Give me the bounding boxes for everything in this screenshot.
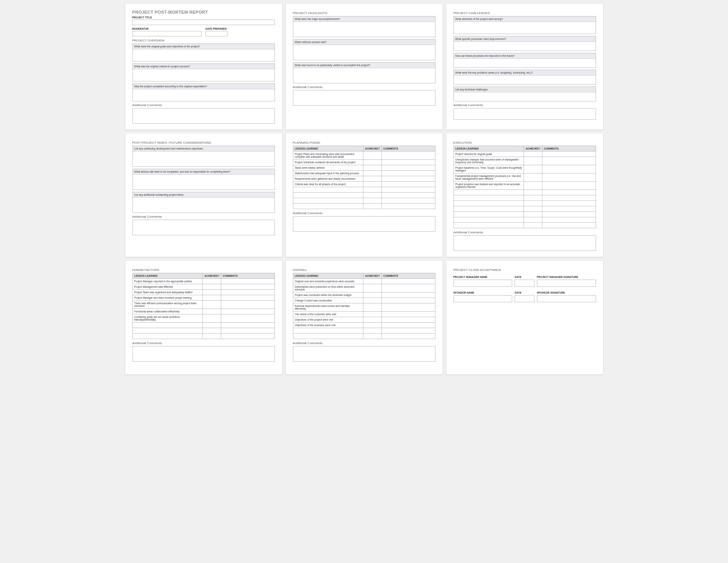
overview-q3-body[interactable] xyxy=(133,89,275,101)
comments-cell[interactable] xyxy=(381,204,435,209)
comments-cell[interactable] xyxy=(221,309,275,314)
pm-date-input[interactable] xyxy=(515,280,534,287)
comments-cell[interactable] xyxy=(221,279,275,284)
postproject-comments-box[interactable] xyxy=(132,220,275,235)
achieved-cell[interactable] xyxy=(524,157,542,165)
achieved-cell[interactable] xyxy=(524,206,542,212)
comments-cell[interactable] xyxy=(381,165,435,171)
achieved-cell[interactable] xyxy=(203,279,221,284)
comments-cell[interactable] xyxy=(542,223,596,228)
achieved-cell[interactable] xyxy=(203,309,221,314)
sponsor-date-input[interactable] xyxy=(515,295,534,302)
comments-cell[interactable] xyxy=(221,328,275,334)
moderator-input[interactable] xyxy=(132,31,202,36)
achieved-cell[interactable] xyxy=(363,298,382,303)
comments-cell[interactable] xyxy=(381,334,435,339)
comments-cell[interactable] xyxy=(542,206,596,212)
achieved-cell[interactable] xyxy=(363,152,382,160)
achieved-cell[interactable] xyxy=(524,190,542,195)
comments-cell[interactable] xyxy=(542,190,596,195)
comments-cell[interactable] xyxy=(381,284,435,292)
achieved-cell[interactable] xyxy=(363,292,382,298)
comments-cell[interactable] xyxy=(381,323,435,328)
comments-cell[interactable] xyxy=(381,312,435,317)
comments-cell[interactable] xyxy=(381,292,435,298)
overview-comments-box[interactable] xyxy=(132,108,275,124)
human-comments-box[interactable] xyxy=(132,346,275,362)
highlights-comments-box[interactable] xyxy=(293,90,435,106)
comments-cell[interactable] xyxy=(221,284,275,290)
date-prepared-input[interactable] xyxy=(206,31,228,36)
comments-cell[interactable] xyxy=(542,157,596,165)
achieved-cell[interactable] xyxy=(203,323,221,328)
execution-comments-box[interactable] xyxy=(453,235,596,251)
achieved-cell[interactable] xyxy=(363,284,382,292)
comments-cell[interactable] xyxy=(381,152,435,160)
achieved-cell[interactable] xyxy=(203,334,221,339)
pm-name-input[interactable] xyxy=(453,280,513,287)
achieved-cell[interactable] xyxy=(203,314,221,323)
achieved-cell[interactable] xyxy=(363,312,382,317)
comments-cell[interactable] xyxy=(221,295,275,301)
achieved-cell[interactable] xyxy=(363,176,382,182)
comments-cell[interactable] xyxy=(221,290,275,295)
comments-cell[interactable] xyxy=(542,212,596,217)
achieved-cell[interactable] xyxy=(524,217,542,223)
comments-cell[interactable] xyxy=(381,279,435,284)
achieved-cell[interactable] xyxy=(203,290,221,295)
achieved-cell[interactable] xyxy=(524,212,542,217)
comments-cell[interactable] xyxy=(381,187,435,193)
achieved-cell[interactable] xyxy=(363,198,382,204)
sponsor-sig-input[interactable] xyxy=(537,295,596,302)
achieved-cell[interactable] xyxy=(363,303,382,312)
achieved-cell[interactable] xyxy=(363,334,382,339)
achieved-cell[interactable] xyxy=(524,195,542,201)
pm-sig-input[interactable] xyxy=(537,280,596,287)
overview-q1-body[interactable] xyxy=(133,49,275,61)
achieved-cell[interactable] xyxy=(524,201,542,206)
comments-cell[interactable] xyxy=(221,334,275,339)
achieved-cell[interactable] xyxy=(363,171,382,176)
achieved-cell[interactable] xyxy=(363,328,382,334)
overall-comments-box[interactable] xyxy=(293,346,435,362)
comments-cell[interactable] xyxy=(381,160,435,165)
achieved-cell[interactable] xyxy=(524,182,542,190)
comments-cell[interactable] xyxy=(542,217,596,223)
achieved-cell[interactable] xyxy=(524,152,542,157)
achieved-cell[interactable] xyxy=(363,317,382,323)
achieved-cell[interactable] xyxy=(363,279,382,284)
achieved-cell[interactable] xyxy=(363,160,382,165)
comments-cell[interactable] xyxy=(381,328,435,334)
comments-cell[interactable] xyxy=(381,198,435,204)
planning-comments-box[interactable] xyxy=(293,216,435,232)
achieved-cell[interactable] xyxy=(524,173,542,182)
comments-cell[interactable] xyxy=(381,317,435,323)
achieved-cell[interactable] xyxy=(363,204,382,209)
overview-q2-body[interactable] xyxy=(133,69,275,81)
comments-cell[interactable] xyxy=(381,171,435,176)
comments-cell[interactable] xyxy=(542,195,596,201)
comments-cell[interactable] xyxy=(381,176,435,182)
achieved-cell[interactable] xyxy=(363,323,382,328)
achieved-cell[interactable] xyxy=(203,328,221,334)
achieved-cell[interactable] xyxy=(203,284,221,290)
challenges-comments-box[interactable] xyxy=(453,108,596,120)
comments-cell[interactable] xyxy=(221,323,275,328)
comments-cell[interactable] xyxy=(381,182,435,187)
comments-cell[interactable] xyxy=(381,303,435,312)
achieved-cell[interactable] xyxy=(524,165,542,173)
comments-cell[interactable] xyxy=(542,182,596,190)
sponsor-name-input[interactable] xyxy=(453,295,513,302)
comments-cell[interactable] xyxy=(381,298,435,303)
achieved-cell[interactable] xyxy=(203,301,221,309)
comments-cell[interactable] xyxy=(542,173,596,182)
achieved-cell[interactable] xyxy=(524,223,542,228)
comments-cell[interactable] xyxy=(221,301,275,309)
achieved-cell[interactable] xyxy=(363,182,382,187)
achieved-cell[interactable] xyxy=(363,165,382,171)
achieved-cell[interactable] xyxy=(203,295,221,301)
comments-cell[interactable] xyxy=(381,193,435,198)
project-title-input[interactable] xyxy=(132,20,275,25)
comments-cell[interactable] xyxy=(542,152,596,157)
comments-cell[interactable] xyxy=(542,201,596,206)
